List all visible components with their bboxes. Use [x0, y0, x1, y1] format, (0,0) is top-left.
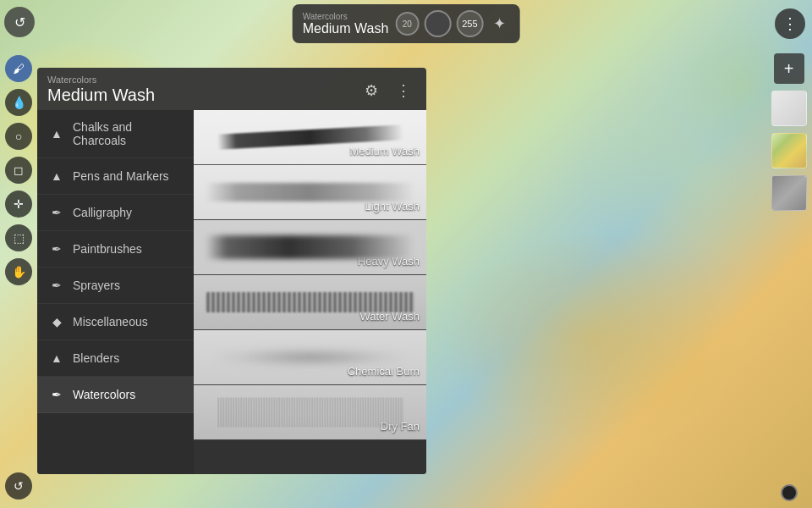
brush-panel: Watercolors Medium Wash ⚙ ⋮ ▲ Chalks and…: [37, 68, 426, 474]
sprayers-icon: ✒: [49, 278, 64, 293]
layer-thumbnail-2[interactable]: [771, 133, 807, 168]
panel-title: Medium Wash: [47, 86, 155, 105]
category-item-pens[interactable]: ▲ Pens and Markers: [37, 158, 194, 195]
add-layer-button[interactable]: +: [774, 53, 804, 84]
panel-header: Watercolors Medium Wash ⚙ ⋮: [37, 68, 426, 110]
size-controls: 20 255: [395, 10, 483, 37]
brush-list: Medium Wash Light Wash Heavy Wash Water …: [194, 110, 426, 474]
brush-preview-water-wash: Water Wash: [194, 275, 426, 329]
transform-tool-button[interactable]: ✛: [5, 190, 32, 218]
brush-name-label: Medium Wash: [303, 21, 389, 36]
brush-item-light-wash[interactable]: Light Wash: [194, 165, 426, 220]
pan-tool-button[interactable]: ✋: [5, 258, 32, 285]
layer-thumbnail-1[interactable]: [771, 91, 807, 126]
brush-label-dry-fan: Dry Fan: [381, 420, 420, 433]
panel-settings-button[interactable]: ⚙: [359, 78, 384, 103]
smear-tool-button[interactable]: ○: [5, 123, 32, 150]
misc-label: Miscellaneous: [73, 315, 148, 329]
large-size-display[interactable]: 255: [456, 10, 483, 37]
eraser-tool-button[interactable]: ◻: [5, 157, 32, 184]
panel-more-button[interactable]: ⋮: [391, 78, 416, 103]
brush-item-dry-fan[interactable]: Dry Fan: [194, 385, 426, 440]
brush-selector: Watercolors Medium Wash 20 255 ✦: [293, 4, 520, 43]
brush-preview-chemical-burn: Chemical Burn: [194, 330, 426, 384]
category-item-miscellaneous[interactable]: ◆ Miscellaneous: [37, 304, 194, 340]
brush-preview-dry-fan: Dry Fan: [194, 385, 426, 439]
brush-preview-heavy-wash: Heavy Wash: [194, 220, 426, 274]
pens-icon: ▲: [49, 168, 64, 184]
paintbrushes-icon: ✒: [49, 241, 64, 257]
top-toolbar: ↺ Watercolors Medium Wash 20 255 ✦ ⋮: [0, 0, 812, 47]
select-tool-button[interactable]: ⬚: [5, 224, 32, 251]
medium-size-button[interactable]: [424, 10, 451, 37]
category-item-calligraphy[interactable]: ✒ Calligraphy: [37, 195, 194, 231]
sprayers-label: Sprayers: [73, 279, 120, 292]
brush-item-chemical-burn[interactable]: Chemical Burn: [194, 330, 426, 385]
small-size-value: 20: [403, 19, 412, 29]
panel-subtitle: Watercolors: [47, 75, 155, 85]
brush-category-label: Watercolors: [303, 12, 348, 21]
category-item-blenders[interactable]: ▲ Blenders: [37, 340, 194, 377]
brush-label-heavy-wash: Heavy Wash: [358, 255, 420, 268]
left-toolbar: 🖌 💧 ○ ◻ ✛ ⬚ ✋ ↺: [0, 47, 37, 508]
color-picker-dot[interactable]: [781, 484, 798, 501]
brush-tool-button[interactable]: 🖌: [5, 55, 32, 82]
blenders-icon: ▲: [49, 351, 64, 366]
chalks-icon: ▲: [49, 126, 64, 141]
stamp-icon[interactable]: ✦: [490, 11, 509, 36]
layer-thumbnail-3[interactable]: [771, 175, 807, 211]
brush-preview-light-wash: Light Wash: [194, 165, 426, 219]
calligraphy-label: Calligraphy: [73, 206, 132, 219]
undo-bottom-button[interactable]: ↺: [5, 472, 32, 500]
chalks-label: Chalks and Charcoals: [73, 120, 182, 147]
brush-item-water-wash[interactable]: Water Wash: [194, 275, 426, 330]
right-panel: +: [765, 47, 812, 508]
brush-item-heavy-wash[interactable]: Heavy Wash: [194, 220, 426, 275]
misc-icon: ◆: [49, 314, 64, 329]
panel-header-controls: ⚙ ⋮: [359, 75, 416, 103]
brush-label-medium-wash: Medium Wash: [349, 145, 420, 157]
more-options-button[interactable]: ⋮: [775, 8, 805, 39]
panel-header-left: Watercolors Medium Wash: [47, 75, 155, 105]
brush-preview-medium-wash: Medium Wash: [194, 110, 426, 164]
brush-label-chemical-burn: Chemical Burn: [348, 365, 420, 378]
brush-label-water-wash: Water Wash: [359, 310, 420, 323]
blenders-label: Blenders: [73, 351, 119, 365]
watercolors-icon: ✒: [49, 387, 64, 402]
brush-label-light-wash: Light Wash: [365, 200, 420, 213]
brush-item-medium-wash[interactable]: Medium Wash: [194, 110, 426, 165]
watercolors-label: Watercolors: [73, 388, 135, 401]
category-item-sprayers[interactable]: ✒ Sprayers: [37, 268, 194, 304]
dropper-tool-button[interactable]: 💧: [5, 89, 32, 116]
paintbrushes-label: Paintbrushes: [73, 242, 142, 256]
undo-button[interactable]: ↺: [4, 7, 35, 37]
brush-name-display: Watercolors Medium Wash: [303, 12, 389, 36]
category-item-paintbrushes[interactable]: ✒ Paintbrushes: [37, 231, 194, 268]
calligraphy-icon: ✒: [49, 205, 64, 220]
category-list: ▲ Chalks and Charcoals ▲ Pens and Marker…: [37, 110, 194, 474]
category-item-watercolors[interactable]: ✒ Watercolors: [37, 377, 194, 413]
panel-body: ▲ Chalks and Charcoals ▲ Pens and Marker…: [37, 110, 426, 474]
category-item-chalks[interactable]: ▲ Chalks and Charcoals: [37, 110, 194, 158]
pens-label: Pens and Markers: [73, 169, 169, 183]
small-size-button[interactable]: 20: [395, 12, 419, 36]
